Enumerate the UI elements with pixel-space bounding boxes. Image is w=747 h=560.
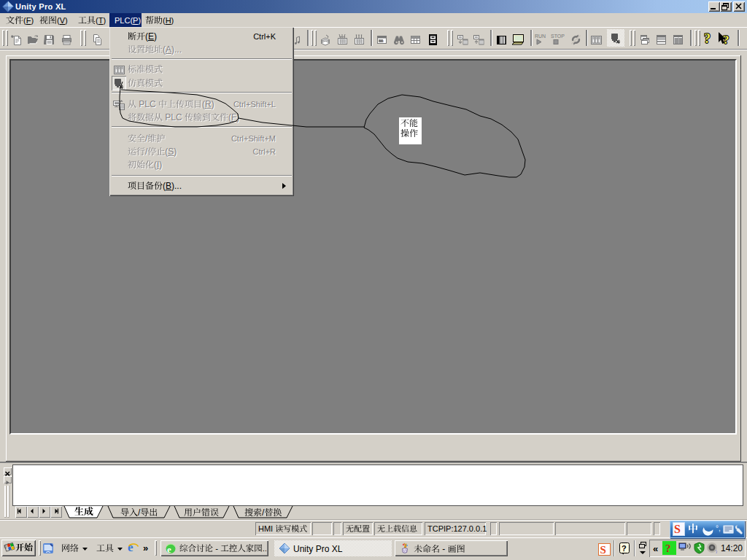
svg-text:?: ? <box>665 542 671 554</box>
svg-text:hm: hm <box>379 39 384 43</box>
svg-text:(F): (F) <box>228 112 239 122</box>
svg-text:(E): (E) <box>145 31 157 42</box>
svg-text:?: ? <box>704 32 711 46</box>
svg-text:Unity Pro XL: Unity Pro XL <box>293 544 343 554</box>
svg-text:/: / <box>138 508 141 518</box>
svg-text:S: S <box>674 523 681 535</box>
svg-text:(S): (S) <box>165 147 177 157</box>
svg-text:PLC(P): PLC(P) <box>115 16 141 25</box>
svg-text:HMI: HMI <box>258 524 275 533</box>
svg-text:PLC: PLC <box>163 112 185 122</box>
svg-text:(R): (R) <box>202 99 214 109</box>
svg-text:(A)...: (A)... <box>163 44 182 55</box>
svg-text:(I): (I) <box>154 160 162 170</box>
svg-text:/: / <box>262 508 265 518</box>
svg-text:TCPIP:127.0.0.1: TCPIP:127.0.0.1 <box>427 524 487 533</box>
svg-text:e: e <box>128 541 133 554</box>
svg-text:?: ? <box>622 544 627 553</box>
svg-text:RUN: RUN <box>535 34 546 39</box>
svg-text:S: S <box>600 544 606 556</box>
svg-text:(V): (V) <box>57 16 68 25</box>
svg-text:(T): (T) <box>96 16 106 25</box>
svg-text:(H): (H) <box>163 16 174 25</box>
svg-text:-: - <box>440 544 448 554</box>
svg-text:STOP: STOP <box>551 34 565 39</box>
svg-text:...: ... <box>263 544 266 553</box>
svg-text:PLC: PLC <box>136 99 158 109</box>
svg-text:(B)...: (B)... <box>163 181 182 191</box>
svg-text:?: ? <box>723 33 729 46</box>
svg-text:-: - <box>213 544 220 553</box>
svg-text:(F): (F) <box>23 16 34 25</box>
